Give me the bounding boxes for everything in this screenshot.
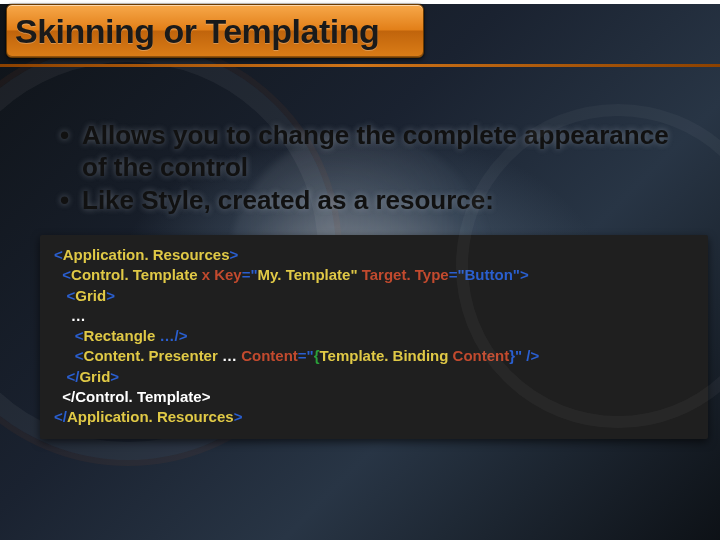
code-line: </Grid> <box>54 367 694 387</box>
title-underline <box>0 64 720 67</box>
bullet-list: Allows you to change the complete appear… <box>60 120 690 217</box>
code-ellipsis: … <box>71 307 86 324</box>
code-bracket: </ <box>67 368 80 385</box>
code-punct: =" <box>298 347 314 364</box>
bullet-item: Like Style, created as a resource: <box>60 185 690 217</box>
code-line: <Content. Presenter … Content="{Template… <box>54 346 694 366</box>
code-line: </Application. Resources> <box>54 407 694 427</box>
code-punct: /> <box>522 347 539 364</box>
code-line: </Control. Template> <box>54 387 694 407</box>
code-block: <Application. Resources> <Control. Templ… <box>40 235 708 439</box>
code-line: <Rectangle …/> <box>54 326 694 346</box>
code-bracket: > <box>229 246 238 263</box>
code-punct: …/> <box>155 327 187 344</box>
code-bracket: > <box>110 368 119 385</box>
code-attr: Content <box>241 347 298 364</box>
code-tag: Application. Resources <box>63 246 230 263</box>
code-bracket: < <box>67 287 76 304</box>
code-bracket: < <box>75 347 84 364</box>
slide: Skinning or Templating Allows you to cha… <box>0 4 720 540</box>
slide-content: Allows you to change the complete appear… <box>60 120 690 439</box>
code-value: My. Template" <box>258 266 358 283</box>
code-line: … <box>54 306 694 326</box>
code-binding: Content <box>453 347 510 364</box>
code-attr: Target. Type <box>358 266 449 283</box>
title-bar: Skinning or Templating <box>6 4 424 58</box>
code-bracket: > <box>234 408 243 425</box>
code-binding: }" <box>509 347 522 364</box>
code-punct: =" <box>242 266 258 283</box>
code-tag: Grid <box>75 287 106 304</box>
code-bracket: </ <box>54 408 67 425</box>
code-attr: x Key <box>198 266 242 283</box>
code-tag: Grid <box>79 368 110 385</box>
code-binding: Template. Binding <box>320 347 453 364</box>
code-line: <Application. Resources> <box>54 245 694 265</box>
code-bracket: < <box>54 246 63 263</box>
code-tag: Content. Presenter <box>84 347 218 364</box>
code-line: <Control. Template x Key="My. Template" … <box>54 265 694 285</box>
code-bracket: > <box>106 287 115 304</box>
code-line: <Grid> <box>54 286 694 306</box>
code-value: "Button"> <box>457 266 528 283</box>
code-bracket: < <box>62 266 71 283</box>
code-bracket: < <box>75 327 84 344</box>
slide-title: Skinning or Templating <box>15 12 379 51</box>
code-closetag: </Control. Template> <box>62 388 210 405</box>
code-tag: Application. Resources <box>67 408 234 425</box>
code-ellipsis: … <box>218 347 241 364</box>
code-tag: Rectangle <box>84 327 156 344</box>
code-tag: Control. Template <box>71 266 197 283</box>
bullet-item: Allows you to change the complete appear… <box>60 120 690 183</box>
